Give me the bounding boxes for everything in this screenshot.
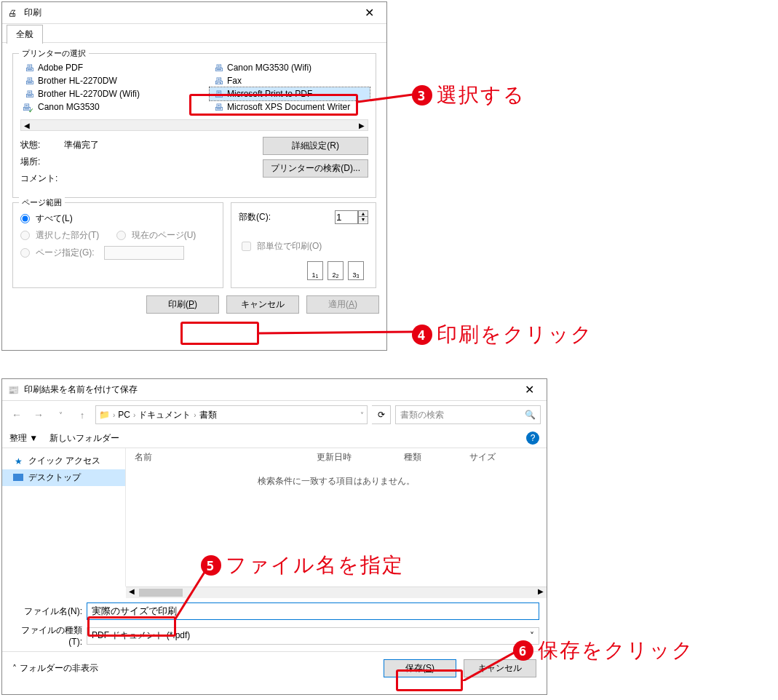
- printer-item[interactable]: 🖶Canon MG3530 (Wifi): [210, 61, 370, 74]
- filename-row: ファイル名(N):: [2, 598, 547, 624]
- filetype-row: ファイルの種類(T): PDF ドキュメント (*.pdf)˅: [2, 624, 547, 651]
- annotation-6: 6 保存をクリック: [513, 637, 694, 664]
- col-name[interactable]: 名前: [135, 451, 317, 464]
- organize-button[interactable]: 整理 ▼: [9, 432, 38, 445]
- range-all-radio[interactable]: すべて(L): [20, 210, 215, 227]
- empty-message: 検索条件に一致する項目はありません。: [126, 466, 547, 496]
- breadcrumb-seg[interactable]: 書類: [199, 409, 217, 421]
- step-badge-3: 3: [412, 85, 432, 106]
- page-range-input: [104, 246, 184, 260]
- tabs-row: 全般: [2, 24, 386, 43]
- scroll-left-icon[interactable]: ◀: [126, 587, 138, 598]
- printer-icon: 🖶: [23, 62, 35, 73]
- desktop-icon: [12, 473, 24, 483]
- nav-recent-icon[interactable]: ˅: [52, 406, 69, 423]
- scroll-thumb[interactable]: [139, 589, 183, 597]
- printer-item[interactable]: 🖶Microsoft XPS Document Writer: [210, 100, 370, 114]
- printer-icon: 🖶: [213, 62, 224, 73]
- printer-item-selected[interactable]: 🖶Microsoft Print to PDF: [210, 87, 370, 100]
- address-bar[interactable]: 📁 › PC › ドキュメント › 書類 ˅: [95, 405, 368, 424]
- annotation-text-6: 保存をクリック: [538, 637, 694, 664]
- print-dialog: 🖨 印刷 ✕ 全般 プリンターの選択 🖶Adobe PDF 🖶Brother H…: [1, 1, 387, 351]
- close-button[interactable]: ✕: [354, 3, 384, 23]
- spin-down-icon[interactable]: ▼: [359, 217, 368, 223]
- scroll-right-icon[interactable]: ▶: [535, 587, 547, 598]
- col-date[interactable]: 更新日時: [317, 451, 404, 464]
- annotation-text-4: 印刷をクリック: [437, 321, 593, 349]
- sidebar-item-desktop[interactable]: デスクトップ: [2, 469, 125, 486]
- status-value: 準備完了: [64, 139, 99, 151]
- save-dialog: 📰 印刷結果を名前を付けて保存 ✕ ← → ˅ ↑ 📁 › PC › ドキュメン…: [1, 378, 547, 695]
- breadcrumb-bar: ← → ˅ ↑ 📁 › PC › ドキュメント › 書類 ˅ ⟳ 書類の検索🔍: [2, 401, 547, 429]
- printer-list-scrollbar[interactable]: ◀ ▶: [20, 119, 368, 131]
- list-header: 名前 更新日時 種類 サイズ: [126, 448, 547, 466]
- filename-input[interactable]: [87, 602, 539, 620]
- copies-spinner[interactable]: ▲▼: [358, 210, 368, 224]
- filetype-select[interactable]: PDF ドキュメント (*.pdf)˅: [87, 627, 539, 645]
- range-pages-radio: ページ指定(G):: [20, 244, 215, 262]
- nav-up-icon[interactable]: ↑: [74, 406, 91, 423]
- help-icon[interactable]: ?: [526, 431, 539, 445]
- step-badge-5: 5: [201, 555, 221, 576]
- find-printer-button[interactable]: プリンターの検索(D)...: [263, 159, 368, 178]
- col-size[interactable]: サイズ: [469, 451, 513, 464]
- printer-check-icon: 🖶: [23, 101, 35, 113]
- printer-item[interactable]: 🖷Fax: [210, 74, 370, 87]
- save-title: 印刷結果を名前を付けて保存: [24, 383, 515, 396]
- save-button[interactable]: 保存(S): [384, 659, 456, 677]
- printer-select-group: プリンターの選択 🖶Adobe PDF 🖶Brother HL-2270DW 🖶…: [12, 53, 376, 198]
- printer-item[interactable]: 🖶Brother HL-2270DW (Wifi): [20, 87, 180, 100]
- printer-item[interactable]: 🖶Adobe PDF: [20, 61, 180, 74]
- sidebar-item-quick-access[interactable]: ★クイック アクセス: [2, 453, 125, 469]
- scroll-left-icon[interactable]: ◀: [21, 122, 33, 130]
- annotation-text-3: 選択する: [437, 81, 525, 109]
- copies-label: 部数(C):: [239, 211, 271, 223]
- printer-list[interactable]: 🖶Adobe PDF 🖶Brother HL-2270DW 🖶Brother H…: [20, 61, 368, 119]
- step-badge-6: 6: [513, 640, 533, 661]
- range-selection-radio: 選択した部分(T) 現在のページ(U): [20, 227, 215, 244]
- chevron-right-icon: ›: [194, 411, 196, 419]
- collate-checkbox: 部単位で印刷(O): [239, 237, 368, 255]
- folder-icon: 📁: [99, 410, 110, 420]
- print-button[interactable]: 印刷(P): [146, 295, 219, 314]
- printer-item-default[interactable]: 🖶Canon MG3530: [20, 100, 180, 114]
- collate-page-icon: 22: [328, 261, 344, 280]
- cancel-button[interactable]: キャンセル: [226, 295, 299, 314]
- status-label: 状態:: [20, 139, 64, 151]
- printer-icon: 🖶: [213, 88, 224, 100]
- copies-input[interactable]: [335, 210, 358, 224]
- annotation-4: 4 印刷をクリック: [412, 321, 593, 349]
- save-bottom-row: ˄フォルダーの非表示 保存(S) キャンセル: [2, 651, 547, 685]
- copies-group: 部数(C): ▲▼ 部単位で印刷(O) 11 22 33: [231, 202, 376, 288]
- spin-up-icon[interactable]: ▲: [359, 211, 368, 217]
- close-button[interactable]: ✕: [515, 380, 544, 400]
- location-label: 場所:: [20, 156, 64, 168]
- scroll-right-icon[interactable]: ▶: [356, 122, 368, 130]
- collate-page-icon: 11: [307, 261, 323, 280]
- breadcrumb-seg[interactable]: ドキュメント: [138, 409, 191, 421]
- page-range-legend: ページ範囲: [19, 197, 65, 208]
- collate-page-icon: 33: [348, 261, 364, 280]
- printer-icon: 🖶: [213, 101, 224, 113]
- search-input[interactable]: 書類の検索🔍: [395, 405, 541, 424]
- annotation-text-5: ファイル名を指定: [226, 552, 404, 579]
- new-folder-button[interactable]: 新しいフォルダー: [49, 432, 119, 445]
- refresh-icon[interactable]: ⟳: [372, 405, 391, 424]
- printer-icon: 🖶: [23, 88, 35, 100]
- file-list-scrollbar[interactable]: ◀ ▶: [126, 586, 547, 598]
- printer-icon: 🖨: [8, 7, 20, 19]
- printer-group-legend: プリンターの選択: [19, 48, 89, 59]
- hide-folders-toggle[interactable]: ˄フォルダーの非表示: [12, 662, 98, 675]
- chevron-down-icon[interactable]: ˅: [360, 411, 364, 419]
- tab-general[interactable]: 全般: [7, 25, 43, 44]
- preferences-button[interactable]: 詳細設定(R): [263, 137, 368, 155]
- annotation-3: 3 選択する: [412, 81, 525, 109]
- printer-status-grid: 状態:準備完了 場所: コメント: 詳細設定(R) プリンターの検索(D)...: [20, 137, 368, 187]
- col-type[interactable]: 種類: [404, 451, 469, 464]
- breadcrumb-seg[interactable]: PC: [118, 410, 130, 420]
- comment-label: コメント:: [20, 172, 64, 185]
- printer-item[interactable]: 🖶Brother HL-2270DW: [20, 74, 180, 87]
- app-icon: 📰: [8, 384, 20, 396]
- toolbar: 整理 ▼ 新しいフォルダー ?: [2, 429, 547, 448]
- nav-back-icon[interactable]: ←: [8, 406, 25, 423]
